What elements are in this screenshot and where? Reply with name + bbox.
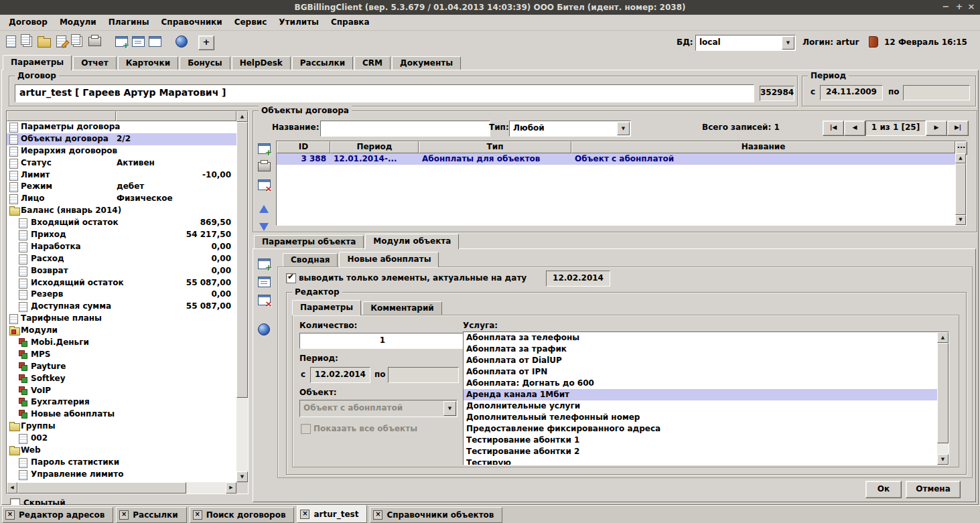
first-page-button[interactable]: |◀ (823, 121, 844, 136)
service-item[interactable]: Абонплата: Догнать до 600 (464, 378, 937, 389)
column-config-button[interactable]: ... (955, 141, 967, 155)
tree-item[interactable]: СтатусАктивен (7, 157, 236, 169)
period-to-field[interactable] (903, 85, 970, 100)
button-window[interactable] (147, 33, 163, 50)
tree-item[interactable]: 002 (7, 433, 236, 445)
service-item[interactable]: Тестирование абонтки 1 (464, 435, 937, 446)
db-select[interactable]: local ▼ (695, 35, 796, 51)
menu-item-2[interactable]: Плагины (102, 15, 155, 30)
menu-item-5[interactable]: Утилиты (273, 15, 325, 30)
editor-to-field[interactable] (388, 367, 459, 383)
filter-checkbox[interactable] (286, 273, 296, 283)
editor-from-field[interactable]: 12.02.2014 (310, 367, 370, 383)
main-tab-0[interactable]: Параметры (3, 55, 72, 70)
chevron-down-icon[interactable]: ▼ (617, 122, 630, 135)
taskbar-tab-0[interactable]: ×Редактор адресов (2, 507, 113, 523)
service-vertical-scrollbar[interactable]: ▲ ▼ (937, 332, 949, 465)
main-tab-1[interactable]: Отчет (73, 56, 117, 70)
button-delete-row[interactable] (256, 177, 272, 193)
service-item[interactable]: Тестирование абонтки 2 (464, 446, 937, 457)
service-item[interactable]: Дополнительный телефонный номер (464, 412, 937, 423)
last-page-button[interactable]: ▶| (947, 121, 969, 136)
tree-item[interactable]: Softkey (7, 373, 236, 385)
button-refresh[interactable] (256, 321, 272, 338)
column-header-2[interactable]: Тип (419, 141, 571, 153)
chevron-down-icon[interactable]: ▼ (443, 401, 456, 416)
tree-vertical-scrollbar[interactable]: ▲ ▼ (236, 111, 248, 482)
scrollbar-thumb[interactable] (236, 122, 248, 398)
service-item[interactable]: Дополнительные услуги (464, 400, 937, 412)
close-tab-icon[interactable]: × (300, 510, 309, 519)
button-refresh-globe[interactable] (173, 33, 190, 50)
button-delete-item[interactable] (256, 292, 272, 308)
service-item[interactable]: Абонплата за телефоны (464, 332, 937, 344)
main-tab-7[interactable]: Документы (392, 56, 461, 70)
prev-page-button[interactable]: ◀ (844, 121, 865, 136)
contract-name-field[interactable]: artur_test [ Гареев Артур Маратович ] (15, 84, 754, 102)
minimize-button[interactable]: − (940, 0, 952, 15)
taskbar-tab-2[interactable]: ×Поиск договоров (190, 507, 295, 523)
main-tab-6[interactable]: CRM (354, 56, 391, 70)
maximize-button[interactable]: + (953, 0, 965, 15)
module-tab-0[interactable]: Сводная (283, 253, 338, 267)
button-documents[interactable] (70, 33, 86, 50)
close-tab-icon[interactable]: × (119, 510, 129, 520)
scroll-up-icon[interactable]: ▲ (236, 111, 248, 122)
service-item[interactable]: Аренда канала 1Мбит (464, 389, 937, 400)
menu-item-0[interactable]: Договор (3, 15, 54, 30)
next-page-button[interactable]: ▶ (926, 121, 947, 136)
editor-tab-0[interactable]: Параметры (292, 300, 361, 315)
tree-item[interactable]: Баланс (январь 2014) (7, 205, 236, 217)
object-type-select[interactable]: Любой ▼ (509, 121, 631, 137)
object-tab-0[interactable]: Параметры объекта (254, 235, 364, 248)
editor-tab-1[interactable]: Комментарий (362, 301, 442, 315)
service-item[interactable]: Абонплата за трафик (464, 344, 937, 355)
cancel-button[interactable]: Отмена (906, 481, 961, 498)
scroll-left-icon[interactable]: ◀ (7, 482, 17, 494)
button-stamp[interactable] (86, 33, 102, 50)
column-header-1[interactable]: Период (330, 141, 419, 153)
tree-item[interactable]: Пароль статистики (7, 457, 236, 469)
tree-item[interactable]: Web (7, 445, 236, 457)
tree-item[interactable]: Резерв0,00 (7, 289, 236, 301)
button-edit-item[interactable] (256, 274, 272, 290)
service-item[interactable]: Предоставление фиксированного адреса (464, 423, 937, 435)
scroll-right-icon[interactable]: ▶ (226, 482, 236, 494)
quantity-input[interactable]: 1 (299, 333, 466, 349)
scrollbar-thumb[interactable] (955, 163, 966, 215)
add-toolbar-button[interactable]: + (198, 35, 214, 50)
main-tab-3[interactable]: Бонусы (180, 56, 230, 70)
tree-item[interactable]: Иерархия договоров (7, 145, 236, 157)
column-header-3[interactable]: Название (571, 141, 955, 153)
tree-item[interactable]: Доступная сумма55 087,00 (7, 301, 236, 313)
scroll-up-icon[interactable]: ▲ (955, 153, 966, 163)
object-tab-1[interactable]: Модули объекта (365, 234, 459, 249)
module-tab-1[interactable]: Новые абонплаты (339, 252, 439, 267)
scroll-up-icon[interactable]: ▲ (937, 332, 949, 343)
tree-item[interactable]: Управление лимито (7, 469, 236, 481)
service-item[interactable]: Абонплата от IPN (464, 366, 937, 378)
close-tab-icon[interactable]: × (5, 510, 15, 520)
button-notes-window[interactable] (130, 33, 146, 50)
tree-item[interactable]: Возврат0,00 (7, 265, 236, 277)
tree-item[interactable]: Модули (7, 325, 236, 337)
scroll-down-icon[interactable]: ▼ (236, 471, 248, 482)
button-add-row[interactable] (256, 141, 272, 157)
button-print-row[interactable] (256, 159, 272, 175)
close-tab-icon[interactable]: × (373, 510, 382, 520)
tree-item[interactable]: VoIP (7, 385, 236, 397)
scroll-down-icon[interactable]: ▼ (937, 454, 949, 465)
button-new-document[interactable] (3, 33, 19, 50)
tree-item[interactable]: Приход54 217,50 (7, 229, 236, 241)
close-tab-icon[interactable]: × (193, 510, 202, 520)
tree-item[interactable]: Лимит-10,00 (7, 169, 236, 181)
service-item[interactable]: Абонплата от DialUP (464, 355, 937, 366)
filter-date-field[interactable]: 12.02.2014 (546, 271, 610, 287)
tree-item[interactable]: MPS (7, 349, 236, 361)
tree-item[interactable]: Payture (7, 361, 236, 373)
button-move-down[interactable] (256, 219, 272, 235)
editor-object-select[interactable]: Объект с абонплатой ▼ (299, 400, 458, 417)
tree-item[interactable]: Параметры договора (7, 121, 236, 133)
scroll-down-icon[interactable]: ▼ (955, 215, 966, 225)
button-edit-document[interactable] (53, 33, 69, 50)
